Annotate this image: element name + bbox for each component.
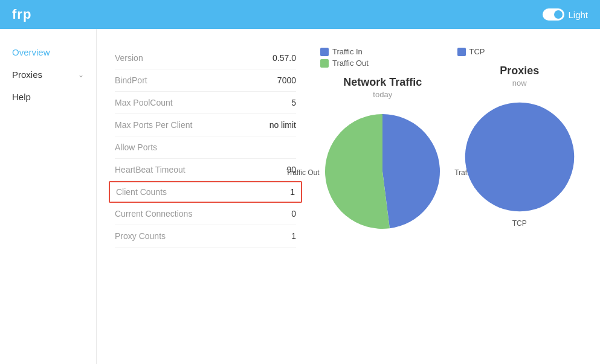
network-traffic-title: Network Traffic: [343, 76, 422, 89]
charts-panel: Traffic In Traffic Out Network Traffic t…: [320, 47, 582, 352]
sidebar-overview-label: Overview: [12, 47, 50, 57]
proxies-chart-info: Proxies now: [500, 65, 539, 88]
legend-tcp-label: TCP: [469, 47, 485, 56]
traffic-in-dot: [320, 48, 329, 56]
stat-label: Current Connections: [115, 209, 192, 219]
stat-label: Allow Ports: [115, 142, 157, 152]
theme-label: Light: [568, 10, 588, 20]
sidebar-item-overview[interactable]: Overview: [0, 41, 96, 63]
stats-panel: Version0.57.0BindPort7000Max PoolCount5M…: [115, 47, 296, 352]
stat-value: 7000: [277, 75, 296, 85]
network-traffic-chart: [322, 111, 443, 232]
proxies-legend: TCP: [457, 47, 485, 59]
proxies-pie-chart: [462, 100, 577, 214]
stat-row: Proxy Counts1: [115, 225, 296, 247]
proxies-chart-content: Proxies now TCP: [457, 65, 582, 217]
stat-label: Client Counts: [116, 187, 167, 197]
proxies-chart-section: TCP Proxies now TCP: [457, 47, 582, 352]
traffic-out-dot: [320, 59, 329, 68]
traffic-legend: Traffic In Traffic Out: [320, 47, 369, 70]
stat-label: Version: [115, 53, 143, 63]
legend-traffic-in-label: Traffic In: [332, 47, 363, 56]
network-traffic-info: Network Traffic today: [343, 76, 422, 99]
stat-value: 0: [291, 209, 296, 219]
app-title: frp: [12, 7, 31, 22]
stat-row: Max Ports Per Clientno limit: [115, 114, 296, 136]
stat-row: Client Counts1: [109, 181, 302, 203]
layout: Overview Proxies ⌄ Help Version0.57.0Bin…: [0, 29, 600, 364]
proxies-chart-title: Proxies: [500, 65, 539, 77]
stat-value: 1: [291, 231, 296, 241]
tcp-dot: [457, 48, 466, 56]
sidebar-proxies-label: Proxies: [12, 69, 42, 80]
stat-row: Max PoolCount5: [115, 92, 296, 114]
stat-value: no limit: [269, 120, 296, 130]
sidebar-help-label: Help: [12, 92, 31, 102]
stat-row: BindPort7000: [115, 69, 296, 92]
stat-value: 0.57.0: [273, 53, 296, 63]
proxies-chart-subtitle: now: [500, 78, 539, 88]
stat-row: Allow Ports: [115, 136, 296, 159]
network-traffic-section: Traffic In Traffic Out Network Traffic t…: [320, 47, 445, 352]
legend-traffic-out: Traffic Out: [320, 59, 369, 68]
stat-value: 1: [290, 187, 295, 197]
stat-row: HeartBeat Timeout90: [115, 159, 296, 181]
stat-row: Current Connections0: [115, 203, 296, 225]
network-traffic-subtitle: today: [343, 90, 422, 99]
legend-traffic-out-label: Traffic Out: [332, 59, 369, 68]
topbar: frp Light: [0, 0, 600, 29]
stat-row: Version0.57.0: [115, 47, 296, 69]
legend-tcp: TCP: [457, 47, 485, 56]
pie-label-traffic-out: Traffic Out: [286, 168, 319, 177]
toggle-switch[interactable]: [543, 8, 564, 21]
proxies-tcp-label: TCP: [512, 219, 527, 228]
legend-traffic-in: Traffic In: [320, 47, 369, 56]
sidebar: Overview Proxies ⌄ Help: [0, 29, 97, 364]
chevron-down-icon: ⌄: [78, 71, 84, 79]
main-content: Version0.57.0BindPort7000Max PoolCount5M…: [97, 29, 600, 364]
stat-label: BindPort: [115, 75, 147, 85]
stat-label: Max Ports Per Client: [115, 120, 192, 130]
theme-toggle[interactable]: Light: [543, 8, 588, 21]
sidebar-item-help[interactable]: Help: [0, 86, 96, 108]
stat-label: HeartBeat Timeout: [115, 165, 185, 174]
stat-label: Proxy Counts: [115, 231, 166, 241]
stat-value: 5: [291, 98, 296, 107]
stat-label: Max PoolCount: [115, 98, 173, 107]
svg-point-0: [465, 103, 575, 212]
sidebar-item-proxies[interactable]: Proxies ⌄: [0, 63, 96, 86]
